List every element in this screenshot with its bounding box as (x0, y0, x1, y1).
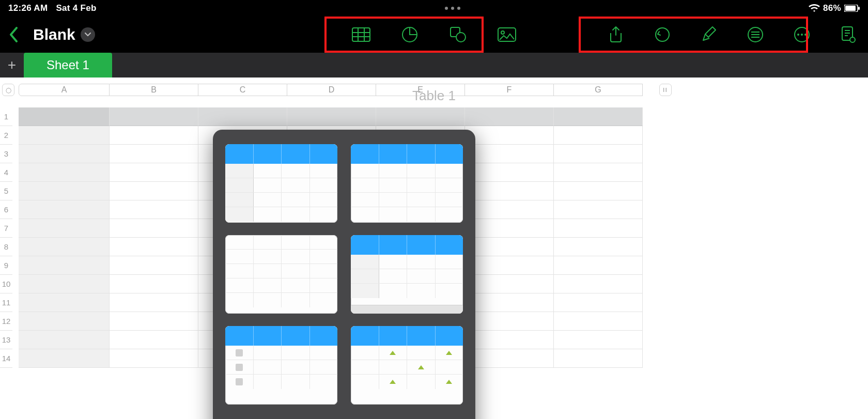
collaborate-icon[interactable] (838, 24, 859, 45)
sheet-tab-active[interactable]: Sheet 1 (24, 53, 112, 77)
row-header[interactable]: 3 (0, 145, 12, 163)
table-style-option[interactable] (225, 144, 337, 223)
table-style-option[interactable] (351, 235, 463, 314)
cell[interactable] (110, 256, 198, 275)
cell[interactable] (19, 275, 110, 293)
document-title[interactable]: Blank (33, 26, 75, 43)
table-title[interactable]: Table 1 (412, 88, 456, 104)
cell[interactable] (19, 200, 110, 219)
cell[interactable] (465, 349, 554, 368)
format-brush-icon[interactable] (699, 24, 719, 45)
cell[interactable] (465, 182, 554, 200)
cell[interactable] (554, 200, 643, 219)
cell[interactable] (19, 256, 110, 275)
column-header[interactable]: F (465, 84, 554, 96)
cell[interactable] (554, 238, 643, 256)
row-header[interactable]: 4 (0, 163, 12, 182)
add-sheet-button[interactable]: + (0, 53, 24, 77)
more-menu-icon[interactable] (792, 24, 812, 45)
cell[interactable] (465, 126, 554, 145)
cell[interactable] (110, 312, 198, 331)
column-header[interactable]: B (110, 84, 198, 96)
cell[interactable] (465, 145, 554, 163)
cell[interactable] (554, 256, 643, 275)
cell[interactable] (465, 331, 554, 349)
select-all-handle[interactable]: ◯ (2, 84, 14, 96)
row-header[interactable]: 6 (0, 200, 12, 219)
table-style-option[interactable] (351, 144, 463, 223)
cell[interactable] (110, 163, 198, 182)
cell[interactable] (465, 163, 554, 182)
row-header[interactable]: 9 (0, 256, 12, 275)
cell[interactable] (19, 182, 110, 200)
cell[interactable] (554, 312, 643, 331)
row-header[interactable]: 2 (0, 126, 12, 145)
insert-chart-icon[interactable] (399, 24, 420, 45)
cell[interactable] (19, 219, 110, 238)
row-header[interactable]: 11 (0, 293, 12, 312)
cell[interactable] (465, 275, 554, 293)
row-header[interactable]: 1 (0, 107, 12, 126)
cell[interactable] (465, 293, 554, 312)
insert-table-icon[interactable] (351, 24, 371, 45)
cell[interactable] (554, 219, 643, 238)
cell[interactable] (554, 349, 643, 368)
table-style-option[interactable] (225, 326, 337, 405)
cell[interactable] (110, 349, 198, 368)
cell[interactable] (110, 275, 198, 293)
row-header[interactable]: 5 (0, 182, 12, 200)
insert-shape-icon[interactable] (448, 24, 469, 45)
column-header[interactable]: A (19, 84, 110, 96)
cell[interactable] (19, 107, 110, 126)
cell[interactable] (465, 200, 554, 219)
cell[interactable] (19, 293, 110, 312)
cell[interactable] (110, 331, 198, 349)
cell[interactable] (554, 145, 643, 163)
row-header[interactable]: 7 (0, 219, 12, 238)
cell[interactable] (110, 219, 198, 238)
column-header[interactable]: C (198, 84, 287, 96)
cell[interactable] (554, 126, 643, 145)
table-style-option[interactable] (225, 235, 337, 314)
cell[interactable] (554, 163, 643, 182)
cell[interactable] (554, 182, 643, 200)
cell[interactable] (287, 107, 376, 126)
view-menu-icon[interactable] (745, 24, 766, 45)
cell[interactable] (376, 107, 465, 126)
cell[interactable] (110, 238, 198, 256)
cell[interactable] (110, 107, 198, 126)
cell[interactable] (465, 219, 554, 238)
cell[interactable] (19, 349, 110, 368)
cell[interactable] (19, 145, 110, 163)
undo-icon[interactable] (652, 24, 673, 45)
cell[interactable] (19, 238, 110, 256)
row-header[interactable]: 14 (0, 349, 12, 368)
multitask-icon[interactable] (445, 7, 460, 10)
cell[interactable] (19, 312, 110, 331)
row-header[interactable]: 12 (0, 312, 12, 331)
column-header[interactable]: G (554, 84, 643, 96)
cell[interactable] (554, 275, 643, 293)
cell[interactable] (110, 145, 198, 163)
cell[interactable] (198, 107, 287, 126)
cell[interactable] (465, 107, 554, 126)
share-icon[interactable] (606, 24, 626, 45)
cell[interactable] (465, 312, 554, 331)
table-style-option[interactable] (351, 326, 463, 405)
row-header[interactable]: 13 (0, 331, 12, 349)
cell[interactable] (110, 126, 198, 145)
row-header[interactable]: 8 (0, 238, 12, 256)
title-disclosure-button[interactable] (81, 27, 95, 42)
insert-image-icon[interactable] (497, 24, 517, 45)
column-header[interactable]: D (287, 84, 376, 96)
back-button[interactable] (6, 27, 21, 42)
cell[interactable] (554, 331, 643, 349)
cell[interactable] (554, 107, 643, 126)
cell[interactable] (19, 126, 110, 145)
cell[interactable] (465, 238, 554, 256)
cell[interactable] (465, 256, 554, 275)
cell[interactable] (110, 293, 198, 312)
cell[interactable] (110, 182, 198, 200)
row-header[interactable]: 10 (0, 275, 12, 293)
cell[interactable] (554, 293, 643, 312)
